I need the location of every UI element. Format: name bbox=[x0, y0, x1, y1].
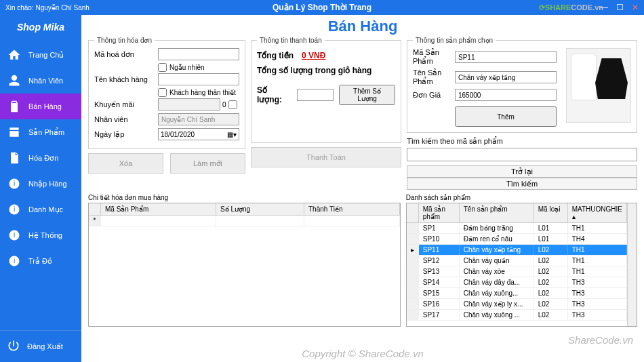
random-checkbox[interactable] bbox=[158, 63, 167, 72]
close-icon[interactable]: ✕ bbox=[632, 3, 639, 12]
titlebar: Xin chào: Nguyễn Chí Sanh Quản Lý Shop T… bbox=[0, 0, 644, 15]
detail-legend: Chi tiết hóa đơn mua hàng bbox=[88, 194, 401, 201]
loyal-checkbox[interactable] bbox=[158, 88, 167, 97]
search-button[interactable]: Tìm kiếm bbox=[407, 178, 637, 190]
back-button[interactable]: Trở lại bbox=[407, 165, 637, 178]
nav-icon bbox=[7, 99, 22, 114]
refresh-button[interactable]: Làm mới bbox=[170, 153, 245, 174]
promo-checkbox[interactable] bbox=[228, 100, 237, 109]
nav-icon bbox=[7, 73, 22, 88]
delete-button[interactable]: Xóa bbox=[88, 153, 163, 174]
payment-fieldset: Thông tin thanh toán Tổng tiền0 VNĐ Tổng… bbox=[251, 37, 401, 143]
sidebar-item-6[interactable]: iDanh Mục bbox=[0, 197, 81, 222]
add-quantity-button[interactable]: Thêm Số Lượng bbox=[339, 85, 395, 105]
brand: Shop Mika bbox=[0, 15, 81, 42]
invoice-detail-grid[interactable]: Mã Sản Phẩm Số Lượng Thành Tiền * bbox=[88, 203, 401, 327]
sidebar-item-7[interactable]: iHệ Thống bbox=[0, 222, 81, 248]
power-icon bbox=[7, 339, 20, 354]
sharecode-logo: ⟳SHARECODE.vn bbox=[539, 3, 603, 12]
page-title: Bán Hàng bbox=[88, 15, 637, 37]
sidebar-item-2[interactable]: Bán Hàng bbox=[0, 94, 81, 119]
invoice-code-input[interactable] bbox=[158, 48, 239, 60]
nav-icon: i bbox=[7, 228, 22, 243]
sidebar-item-3[interactable]: Sản Phẩm bbox=[0, 119, 81, 145]
table-row[interactable]: SP17Chân váy xuông ...L02TH3 bbox=[407, 310, 627, 321]
selected-product-fieldset: Thông tin sản phẩm chọn Mã Sản Phẩm Tên … bbox=[407, 37, 637, 133]
nav-icon bbox=[7, 125, 22, 140]
sort-asc-icon[interactable]: ▴ bbox=[572, 213, 576, 220]
invoice-fieldset: Thông tin hóa đơn Mã hoá đơn Ngẫu nhiên … bbox=[88, 37, 245, 149]
nav-icon bbox=[7, 150, 22, 165]
product-code-input[interactable] bbox=[455, 51, 557, 63]
calendar-icon: ▦▾ bbox=[227, 131, 237, 138]
product-price-input[interactable] bbox=[455, 89, 557, 101]
sidebar-item-4[interactable]: Hóa Đơn bbox=[0, 145, 81, 171]
scrollbar[interactable] bbox=[627, 203, 637, 326]
pay-button[interactable]: Thanh Toán bbox=[251, 147, 401, 167]
maximize-icon[interactable]: ☐ bbox=[616, 3, 624, 12]
nav-icon: i bbox=[7, 202, 22, 217]
staff-input bbox=[158, 113, 239, 125]
table-row[interactable]: ▸SP11Chân váy xếp tầngL02TH1 bbox=[407, 245, 627, 256]
sidebar-item-0[interactable]: Trang Chủ bbox=[0, 42, 81, 68]
watermark: Copyright © ShareCode.vn bbox=[302, 348, 423, 359]
welcome-text: Xin chào: Nguyễn Chí Sanh bbox=[5, 4, 89, 12]
sidebar: Shop Mika Trang ChủNhân ViênBán HàngSản … bbox=[0, 15, 81, 362]
nav-icon bbox=[7, 47, 22, 62]
sidebar-item-8[interactable]: iTrả Đồ bbox=[0, 248, 81, 274]
sidebar-item-1[interactable]: Nhân Viên bbox=[0, 68, 81, 94]
product-name-input[interactable] bbox=[455, 71, 557, 83]
table-row[interactable]: SP12Chân váy quầnL02TH1 bbox=[407, 256, 627, 266]
product-list-grid[interactable]: Mã sản phẩm Tên sản phẩm Mã loại MATHUON… bbox=[406, 203, 637, 327]
table-row[interactable]: * bbox=[89, 216, 400, 226]
search-label: Tìm kiếm theo mã sản phẩm bbox=[407, 137, 637, 146]
quantity-input[interactable] bbox=[297, 89, 334, 101]
nav-icon: i bbox=[7, 176, 22, 191]
search-input[interactable] bbox=[407, 148, 637, 161]
product-list-legend: Danh sách sản phẩm bbox=[406, 194, 637, 201]
watermark: ShareCode.vn bbox=[568, 334, 633, 346]
svg-text:i: i bbox=[14, 257, 15, 264]
table-row[interactable]: SP15Chân váy xuông...L02TH3 bbox=[407, 288, 627, 299]
customer-name-input[interactable] bbox=[158, 73, 239, 85]
product-image bbox=[566, 48, 631, 123]
logout-button[interactable]: Đăng Xuất bbox=[0, 330, 81, 362]
app-title: Quản Lý Shop Thời Trang bbox=[273, 3, 371, 12]
add-product-button[interactable]: Thêm bbox=[455, 106, 557, 127]
svg-text:i: i bbox=[14, 180, 15, 187]
sidebar-item-5[interactable]: iNhập Hàng bbox=[0, 171, 81, 197]
table-row[interactable]: SP16Chân váy xếp ly x...L02TH3 bbox=[407, 299, 627, 310]
svg-text:i: i bbox=[14, 205, 15, 213]
total-value: 0 VNĐ bbox=[302, 51, 325, 60]
promo-input[interactable] bbox=[158, 98, 220, 110]
table-row[interactable]: SP10Đầm ren cổ nâuL01TH4 bbox=[407, 234, 627, 245]
table-row[interactable]: SP13Chân váy xòeL02TH1 bbox=[407, 266, 627, 277]
svg-text:i: i bbox=[14, 231, 15, 239]
table-row[interactable]: SP1Đầm bồng trắngL01TH1 bbox=[407, 223, 627, 234]
date-picker[interactable]: 18/01/2020▦▾ bbox=[158, 128, 239, 140]
nav-icon: i bbox=[7, 254, 22, 268]
table-row[interactable]: SP14Chân váy dây đa...L02TH3 bbox=[407, 277, 627, 288]
